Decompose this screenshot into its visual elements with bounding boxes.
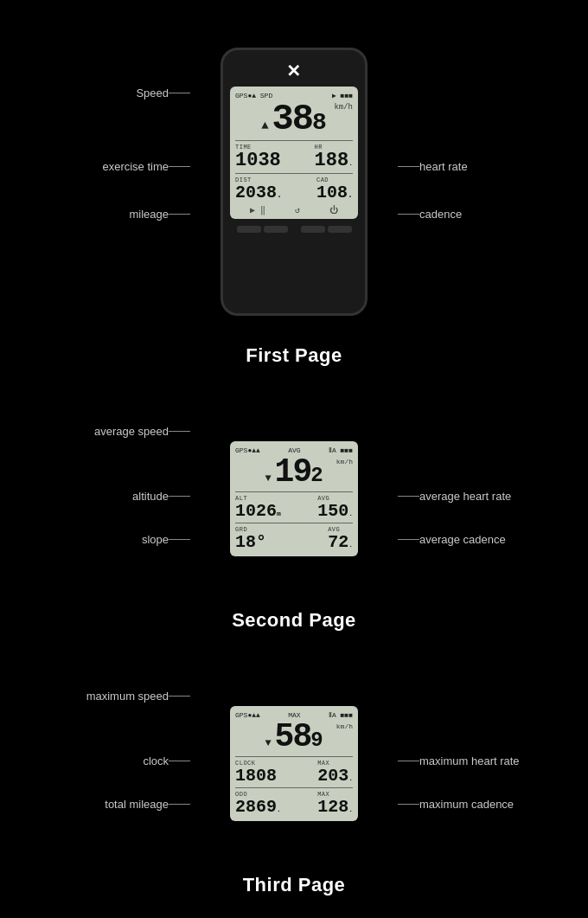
third-page-title: Third Page <box>243 874 346 896</box>
hw-btn-2[interactable] <box>264 226 288 233</box>
d2-speed-display: km/h ▼ 19 2 <box>235 456 353 489</box>
d2-alt-hr-row: ALT 1026m AVG 150. <box>235 495 353 520</box>
d3-maxcad-value: 128. <box>317 799 353 816</box>
second-page-section: average speed altitude slope GPS●▲▲ AVG … <box>0 377 588 642</box>
device2: GPS●▲▲ AVG ⅡA ■■■ km/h ▼ 19 2 ALT 1026m … <box>230 441 358 556</box>
speed-triangle: ▲ <box>261 119 268 132</box>
d2-grd-cad-row: GRD 18° AVG 72. <box>235 526 353 551</box>
first-page-title: First Page <box>246 344 342 367</box>
device-logo: ✕ <box>286 61 303 81</box>
d2-avgcad-cell: AVG 72. <box>328 526 353 551</box>
cad-value: 108. <box>316 184 353 202</box>
device1: ✕ GPS●▲ SPD ▶ ■■■ km/h ▲ 38 8 <box>220 48 368 316</box>
d3-speed-display: km/h ▼ 58 9 <box>235 721 353 754</box>
d2-alt-cell: ALT 1026m <box>235 495 281 520</box>
d3-triangle: ▼ <box>265 737 271 749</box>
speed-annotation: Speed <box>136 87 190 100</box>
hr-cell: HR 188. <box>315 144 353 170</box>
d2-speed-main: 19 <box>275 456 311 489</box>
third-right-annotations: maximum heart rate maximum cadence <box>398 659 588 867</box>
d2-avghr-cell: AVG 150. <box>317 495 353 520</box>
speed-unit: km/h <box>334 103 353 112</box>
first-right-annotations: heart rate cadence <box>398 26 588 337</box>
d3-maxcad-cell: MAX 128. <box>317 791 353 816</box>
heart-rate-annotation: heart rate <box>398 160 468 173</box>
d2-grd-cell: GRD 18° <box>235 526 266 551</box>
d2-avghr-value: 150. <box>317 503 353 520</box>
avg-hr-annotation: average heart rate <box>398 490 511 503</box>
cad-cell: CAD 108. <box>316 177 353 202</box>
d2-alt-value: 1026m <box>235 503 281 520</box>
d2-avgcad-value: 72. <box>328 534 353 551</box>
max-speed-annotation: maximum speed <box>86 690 190 703</box>
d2-grd-value: 18° <box>235 534 266 551</box>
speed-decimal: 8 <box>312 111 327 135</box>
d3-maxhr-value: 203. <box>317 767 353 785</box>
d3-clock-hr-row: CLOCK 1808 MAX 203. <box>235 760 353 785</box>
second-page-title: Second Page <box>232 609 356 632</box>
max-hr-annotation: maximum heart rate <box>398 754 520 767</box>
d2-triangle: ▼ <box>265 472 271 485</box>
time-value: 1038 <box>235 151 281 170</box>
dist-value: 2038. <box>235 184 282 202</box>
third-page-section: maximum speed clock total mileage GPS●▲▲… <box>0 642 588 907</box>
max-cadence-annotation: maximum cadence <box>398 798 514 811</box>
d3-clock-cell: CLOCK 1808 <box>235 760 277 785</box>
hw-btn-3[interactable] <box>301 226 325 233</box>
d3-speed-main: 58 <box>275 721 311 754</box>
total-mileage-annotation: total mileage <box>105 798 190 811</box>
altitude-annotation: altitude <box>132 490 190 503</box>
first-page-section: Speed exercise time mileage ✕ GPS●▲ SPD … <box>0 0 588 377</box>
control-icons: ▶ ‖ ↺ ⏻ <box>235 205 353 215</box>
lcd-screen-1: GPS●▲ SPD ▶ ■■■ km/h ▲ 38 8 TIME 1038 <box>230 87 358 219</box>
d3-odo-value: 2869. <box>235 799 281 816</box>
d3-odo-cad-row: ODO 2869. MAX 128. <box>235 791 353 816</box>
time-cell: TIME 1038 <box>235 144 281 170</box>
second-left-annotations: average speed altitude slope <box>0 395 190 602</box>
time-hr-row: TIME 1038 HR 188. <box>235 144 353 170</box>
device3: GPS●▲▲ MAX ⅡA ■■■ km/h ▼ 58 9 CLOCK 1808… <box>230 706 358 821</box>
d3-clock-value: 1808 <box>235 767 277 785</box>
speed-main: 38 <box>272 101 312 138</box>
slope-annotation: slope <box>142 533 190 546</box>
hw-buttons <box>230 226 358 233</box>
exercise-time-annotation: exercise time <box>102 160 190 173</box>
third-left-annotations: maximum speed clock total mileage <box>0 659 190 867</box>
clock-annotation: clock <box>143 754 190 767</box>
dist-cad-row: DIST 2038. CAD 108. <box>235 177 353 202</box>
d3-maxhr-cell: MAX 203. <box>317 760 353 785</box>
second-right-annotations: average heart rate average cadence <box>398 395 588 602</box>
hr-value: 188. <box>315 151 353 170</box>
d3-speed-decimal: 9 <box>310 730 323 751</box>
d2-unit: km/h <box>336 458 353 465</box>
mileage-annotation: mileage <box>129 208 190 221</box>
avg-speed-annotation: average speed <box>94 425 190 438</box>
hw-btn-4[interactable] <box>328 226 352 233</box>
d3-unit: km/h <box>336 722 353 730</box>
dist-cell: DIST 2038. <box>235 177 282 202</box>
hw-btn-1[interactable] <box>237 226 261 233</box>
d2-speed-decimal: 2 <box>310 465 323 486</box>
speed-display: km/h ▲ 38 8 <box>235 101 353 138</box>
d3-odo-cell: ODO 2869. <box>235 791 281 816</box>
first-left-annotations: Speed exercise time mileage <box>0 26 190 337</box>
avg-cadence-annotation: average cadence <box>398 533 506 546</box>
cadence-annotation: cadence <box>398 208 462 221</box>
